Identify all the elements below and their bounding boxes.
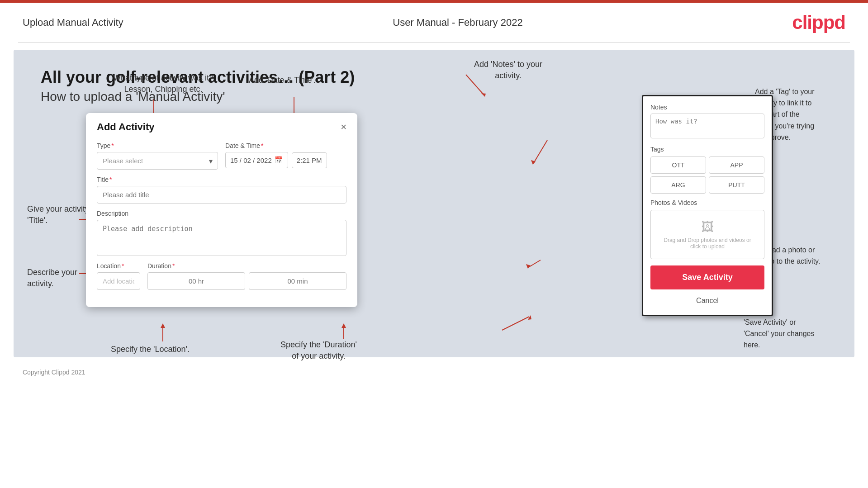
- main-content: All your golf-relevant activities… (Part…: [14, 50, 854, 357]
- tag-ott[interactable]: OTT: [650, 156, 706, 174]
- add-activity-modal: Add Activity × Type* Please select ▾: [86, 113, 357, 307]
- notes-label: Notes: [650, 104, 764, 111]
- datetime-inputs: 15 / 02 / 2022 📅 2:21 PM: [225, 152, 346, 168]
- type-label: Type*: [97, 142, 218, 149]
- tags-grid: OTT APP ARG PUTT: [650, 156, 764, 194]
- upload-icon: 🖼: [701, 219, 714, 234]
- cancel-link[interactable]: Cancel: [650, 294, 764, 308]
- modal-header: Add Activity ×: [86, 113, 357, 138]
- date-input[interactable]: 15 / 02 / 2022 📅: [225, 152, 288, 168]
- doc-title: User Manual - February 2022: [393, 17, 522, 28]
- annotation-location: Specify the 'Location'.: [111, 344, 190, 355]
- save-activity-button[interactable]: Save Activity: [650, 265, 764, 289]
- notes-textarea[interactable]: [650, 114, 764, 138]
- modal-close-button[interactable]: ×: [341, 122, 346, 132]
- tag-putt[interactable]: PUTT: [709, 176, 764, 194]
- type-datetime-row: Type* Please select ▾ Date & Time*: [97, 142, 346, 170]
- svg-line-16: [529, 260, 541, 267]
- duration-inputs: [147, 272, 346, 290]
- datetime-group: Date & Time* 15 / 02 / 2022 📅 2:21 PM: [225, 142, 346, 170]
- type-select[interactable]: Please select: [97, 152, 218, 170]
- duration-label: Duration*: [147, 262, 346, 270]
- svg-marker-15: [531, 160, 536, 165]
- modal-title: Add Activity: [97, 121, 155, 133]
- annotation-save: 'Save Activity' or 'Cancel' your changes…: [744, 317, 852, 351]
- svg-marker-11: [342, 323, 346, 328]
- location-group: Location*: [97, 262, 140, 290]
- photos-upload-area[interactable]: 🖼 Drag and Drop photos and videos or cli…: [650, 210, 764, 259]
- annotation-duration: Specify the 'Duration' of your activity.: [280, 339, 357, 362]
- annotation-activity-type: What type of activity was it? Lesson, Ch…: [113, 72, 213, 95]
- svg-marker-17: [526, 264, 531, 269]
- copyright: Copyright Clippd 2021: [23, 369, 85, 376]
- svg-marker-19: [528, 315, 531, 320]
- title-group: Title*: [97, 176, 346, 204]
- svg-line-18: [502, 317, 529, 330]
- type-select-wrapper: Please select ▾: [97, 152, 218, 170]
- phone-panel-inner: Notes Tags OTT APP ARG PUTT Photos & Vid…: [643, 96, 772, 315]
- annotation-date-time: Add 'Date & Time'.: [249, 75, 316, 86]
- location-label: Location*: [97, 262, 140, 270]
- photos-label: Photos & Videos: [650, 199, 764, 206]
- annotation-describe: Describe your activity.: [27, 267, 77, 289]
- description-textarea[interactable]: [97, 220, 346, 256]
- svg-line-14: [534, 140, 547, 163]
- header-divider: [18, 43, 850, 43]
- duration-hr-input[interactable]: [147, 272, 245, 290]
- annotation-notes: Add 'Notes' to your activity.: [474, 59, 542, 81]
- type-group: Type* Please select ▾: [97, 142, 218, 170]
- duration-group: Duration*: [147, 262, 346, 290]
- description-label: Description: [97, 210, 346, 217]
- modal-body: Type* Please select ▾ Date & Time*: [86, 138, 357, 307]
- tag-arg[interactable]: ARG: [650, 176, 706, 194]
- time-input[interactable]: 2:21 PM: [292, 152, 327, 168]
- tags-label: Tags: [650, 146, 764, 153]
- title-input[interactable]: [97, 186, 346, 204]
- title-label: Title*: [97, 176, 346, 183]
- photos-placeholder: Drag and Drop photos and videos or click…: [664, 237, 751, 250]
- duration-min-input[interactable]: [249, 272, 346, 290]
- phone-panel: Notes Tags OTT APP ARG PUTT Photos & Vid…: [642, 95, 773, 316]
- datetime-label: Date & Time*: [225, 142, 346, 149]
- logo: clippd: [792, 12, 845, 33]
- header: Upload Manual Activity User Manual - Feb…: [0, 3, 868, 43]
- calendar-icon: 📅: [275, 156, 283, 164]
- footer: Copyright Clippd 2021: [0, 364, 868, 380]
- tag-app[interactable]: APP: [709, 156, 764, 174]
- location-duration-row: Location* Duration*: [97, 262, 346, 290]
- location-input[interactable]: [97, 272, 140, 290]
- svg-marker-9: [161, 323, 165, 328]
- page-title: Upload Manual Activity: [23, 17, 123, 28]
- description-group: Description: [97, 210, 346, 256]
